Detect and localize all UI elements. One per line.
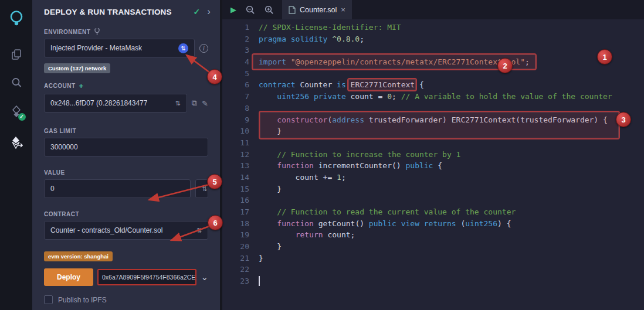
value-unit-select[interactable]: Wei ⇅ xyxy=(195,179,208,198)
environment-label: ENVIRONMENT xyxy=(44,29,90,35)
code-line[interactable]: 8 xyxy=(222,103,644,114)
environment-plug-icon xyxy=(94,28,100,35)
environment-dropdown-toggle[interactable]: ⇅ xyxy=(178,43,188,53)
environment-info-icon[interactable]: i xyxy=(199,44,208,53)
deploy-run-icon xyxy=(10,136,23,149)
code-line[interactable]: 22 xyxy=(222,264,644,275)
code-text: uint256 private count = 0; // A variable… xyxy=(249,91,612,103)
line-number: 13 xyxy=(222,160,249,172)
code-line[interactable]: 1// SPDX-License-Identifier: MIT xyxy=(222,22,644,33)
code-line[interactable]: 17 // Function to read the current value… xyxy=(222,206,644,218)
search-icon xyxy=(11,77,22,88)
contract-select[interactable]: Counter - contracts_Old/Counter.sol ⇅ xyxy=(44,221,208,240)
code-text xyxy=(249,45,259,56)
code-line[interactable]: 14 count += 1; xyxy=(222,172,644,183)
line-number: 3 xyxy=(222,45,249,56)
sidebar-item-solidity-compiler[interactable]: ✓ xyxy=(5,100,28,124)
line-number: 7 xyxy=(222,91,249,103)
code-line[interactable]: 12 // Function to increase the counter b… xyxy=(222,149,644,161)
code-line[interactable]: 11 xyxy=(222,137,644,149)
deploy-param-input[interactable]: 0x6a7A8909F5f94754F8366a2CE5 xyxy=(97,269,196,285)
unit-dropdown-arrows-icon: ⇅ xyxy=(202,185,207,193)
code-text: // Function to read the current value of… xyxy=(249,206,516,218)
copy-account-icon[interactable]: ⧉ xyxy=(192,98,197,108)
code-text xyxy=(249,137,259,149)
code-text: import "@openzeppelin/contracts/metatx/E… xyxy=(249,56,530,68)
run-script-icon[interactable]: ▶ xyxy=(231,5,236,14)
line-number: 10 xyxy=(222,125,249,137)
code-line[interactable]: 3 xyxy=(222,45,644,56)
deploy-button[interactable]: Deploy xyxy=(44,268,93,286)
panel-header: DEPLOY & RUN TRANSACTIONS ✓ › xyxy=(32,0,220,23)
code-editor[interactable]: 1// SPDX-License-Identifier: MIT2pragma … xyxy=(222,19,644,310)
code-line[interactable]: 23 xyxy=(222,275,644,287)
code-text: } xyxy=(249,183,282,195)
code-line[interactable]: 19 return count; xyxy=(222,229,644,241)
remix-logo[interactable] xyxy=(5,5,28,32)
line-number: 6 xyxy=(222,79,249,91)
files-icon xyxy=(11,49,22,60)
code-line[interactable]: 16 xyxy=(222,195,644,206)
line-number: 14 xyxy=(222,172,249,183)
tab-counter-sol[interactable]: Counter.sol × xyxy=(282,0,352,19)
code-line[interactable]: 2pragma solidity ^0.8.0; xyxy=(222,33,644,45)
code-text xyxy=(249,264,259,275)
sidebar-item-deploy-run[interactable] xyxy=(5,130,28,155)
code-line[interactable]: 7 uint256 private count = 0; // A variab… xyxy=(222,91,644,103)
code-text: function getCount() public view returns … xyxy=(249,218,511,230)
code-lines: 1// SPDX-License-Identifier: MIT2pragma … xyxy=(222,22,644,287)
line-number: 16 xyxy=(222,195,249,206)
environment-select[interactable]: Injected Provider - MetaMask ⇅ xyxy=(44,39,195,57)
code-line[interactable]: 4import "@openzeppelin/contracts/metatx/… xyxy=(222,56,644,68)
line-number: 5 xyxy=(222,68,249,80)
remix-logo-icon xyxy=(8,9,25,27)
panel-check-icon: ✓ xyxy=(194,7,201,16)
code-line[interactable]: 18 function getCount() public view retur… xyxy=(222,218,644,230)
environment-value: Injected Provider - MetaMask xyxy=(50,44,142,52)
value-input[interactable] xyxy=(44,179,191,198)
line-number: 15 xyxy=(222,183,249,195)
editor-area: ▶ Counter.sol × 1// SPDX-License-Identif xyxy=(222,0,644,310)
zoom-in-icon[interactable] xyxy=(264,5,274,15)
contract-dropdown-arrows-icon: ⇅ xyxy=(196,227,202,234)
gas-limit-input[interactable] xyxy=(44,138,208,156)
code-text: count += 1; xyxy=(249,172,346,183)
code-line[interactable]: 5 xyxy=(222,68,644,80)
tab-close-icon[interactable]: × xyxy=(341,5,345,14)
edit-account-icon[interactable]: ✎ xyxy=(202,99,208,108)
contract-value: Counter - contracts_Old/Counter.sol xyxy=(50,226,162,234)
page-title: DEPLOY & RUN TRANSACTIONS xyxy=(44,8,194,16)
panel-expand-icon[interactable]: › xyxy=(207,6,211,18)
code-text: // Function to increase the counter by 1 xyxy=(249,149,460,161)
code-line[interactable]: 9 constructor(address trustedForwarder) … xyxy=(222,114,644,126)
account-select[interactable]: 0x248...6fD07 (0.28261843477 ⇅ xyxy=(44,94,187,113)
code-line[interactable]: 10 } xyxy=(222,125,644,137)
code-line[interactable]: 6contract Counter is ERC2771Context { xyxy=(222,79,644,91)
line-number: 19 xyxy=(222,229,249,241)
line-number: 12 xyxy=(222,149,249,161)
code-text: function incrementCounter() public { xyxy=(249,160,442,172)
line-number: 4 xyxy=(222,56,249,68)
add-account-icon[interactable]: + xyxy=(79,81,84,90)
publish-to-ipfs-checkbox[interactable] xyxy=(44,295,53,304)
account-value: 0x248...6fD07 (0.28261843477 xyxy=(50,99,147,107)
code-line[interactable]: 20 } xyxy=(222,241,644,253)
deploy-expand-icon[interactable]: ⌄ xyxy=(201,272,208,282)
zoom-out-icon[interactable] xyxy=(245,5,255,15)
code-text: constructor(address trustedForwarder) ER… xyxy=(249,114,608,126)
code-text xyxy=(249,103,259,114)
line-number: 23 xyxy=(222,275,249,287)
solidity-file-icon xyxy=(289,6,296,14)
line-number: 8 xyxy=(222,103,249,114)
line-number: 9 xyxy=(222,114,249,126)
code-line[interactable]: 15 } xyxy=(222,183,644,195)
line-number: 21 xyxy=(222,253,249,264)
sidebar-item-search[interactable] xyxy=(5,70,28,95)
code-line[interactable]: 13 function incrementCounter() public { xyxy=(222,160,644,172)
line-number: 18 xyxy=(222,218,249,230)
contract-label: CONTRACT xyxy=(44,211,79,217)
sidebar-item-file-explorer[interactable] xyxy=(5,42,28,67)
code-text: return count; xyxy=(249,229,355,241)
code-line[interactable]: 21} xyxy=(222,253,644,264)
line-number: 1 xyxy=(222,22,249,33)
